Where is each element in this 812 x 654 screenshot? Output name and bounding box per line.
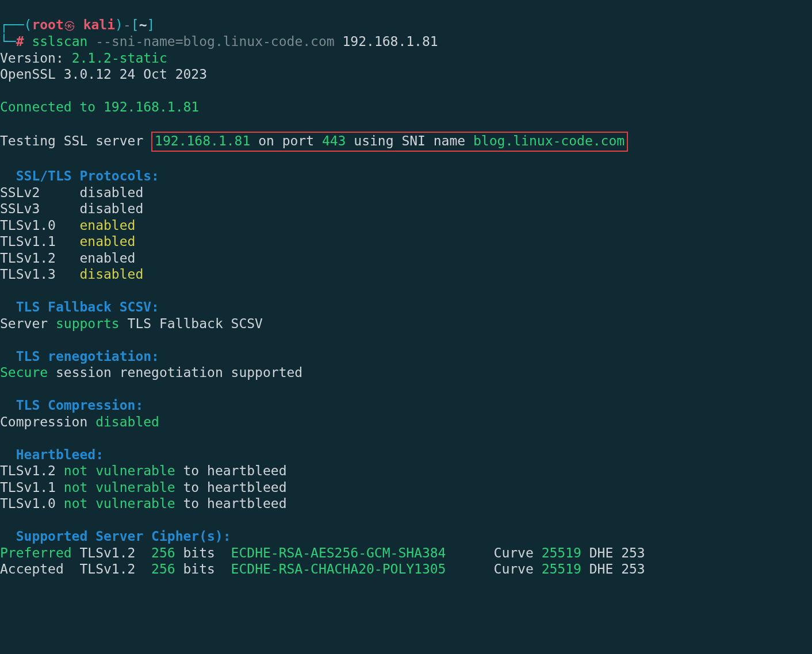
- command-arg-sni: --sni-name=blog.linux-code.com: [95, 34, 334, 49]
- section-fallback: TLS Fallback SCSV:: [0, 299, 159, 314]
- protocol-row: TLSv1.1 enabled: [0, 234, 135, 249]
- protocol-row: SSLv2 disabled: [0, 185, 143, 200]
- testing-line: Testing SSL server 192.168.1.81 on port …: [0, 133, 628, 148]
- protocol-row: TLSv1.0 enabled: [0, 218, 135, 233]
- heartbleed-row: TLSv1.1 not vulnerable to heartbleed: [0, 480, 287, 495]
- renegotiation-line: Secure session renegotiation supported: [0, 365, 302, 380]
- section-compression: TLS Compression:: [0, 398, 143, 413]
- fallback-line: Server supports TLS Fallback SCSV: [0, 316, 263, 331]
- cipher-row: Accepted TLSv1.2 256 bits ECDHE-RSA-CHAC…: [0, 561, 645, 576]
- prompt-line-2[interactable]: └─# sslscan --sni-name=blog.linux-code.c…: [0, 34, 438, 49]
- highlight-box: 192.168.1.81 on port 443 using SNI name …: [151, 132, 628, 152]
- protocol-row: SSLv3 disabled: [0, 201, 143, 216]
- terminal-output: ┌──(root㉿ kali)-[~] └─# sslscan --sni-na…: [0, 0, 812, 578]
- protocol-row: TLSv1.3 disabled: [0, 267, 143, 282]
- command: sslscan: [32, 34, 87, 49]
- command-arg-target: 192.168.1.81: [343, 34, 438, 49]
- section-protocols: SSL/TLS Protocols:: [0, 168, 159, 183]
- section-heartbleed: Heartbleed:: [0, 447, 104, 462]
- version-line: Version: 2.1.2-static: [0, 51, 167, 66]
- compression-line: Compression disabled: [0, 414, 159, 429]
- prompt-line-1: ┌──(root㉿ kali)-[~]: [0, 17, 155, 32]
- section-ciphers: Supported Server Cipher(s):: [0, 529, 231, 544]
- cipher-row: Preferred TLSv1.2 256 bits ECDHE-RSA-AES…: [0, 545, 645, 560]
- connected-line: Connected to 192.168.1.81: [0, 99, 199, 114]
- heartbleed-row: TLSv1.0 not vulnerable to heartbleed: [0, 496, 287, 511]
- skull-icon: ㉿: [64, 18, 75, 32]
- heartbleed-row: TLSv1.2 not vulnerable to heartbleed: [0, 463, 287, 478]
- section-renegotiation: TLS renegotiation:: [0, 349, 159, 364]
- openssl-line: OpenSSL 3.0.12 24 Oct 2023: [0, 67, 207, 82]
- protocol-row: TLSv1.2 enabled: [0, 251, 135, 266]
